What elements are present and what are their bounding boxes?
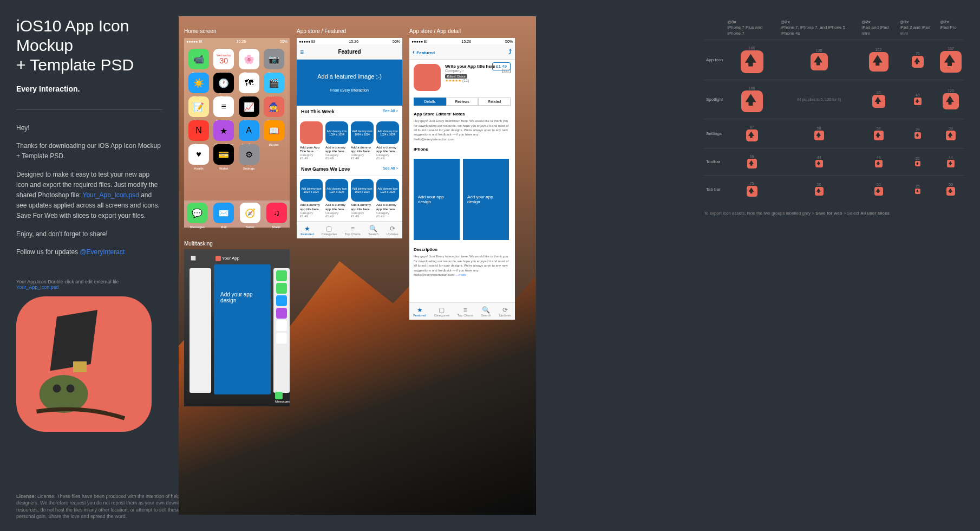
tab-featured[interactable]: ★Featured bbox=[413, 306, 426, 317]
psd-link[interactable]: Your_App_Icon.psd bbox=[83, 191, 139, 199]
icon-size-cell: 87 bbox=[725, 119, 779, 148]
icon-size-cell: 58 bbox=[938, 119, 964, 148]
back-button[interactable]: ‹ Featured bbox=[413, 48, 435, 56]
app-icon-photos[interactable]: 🌸Photos bbox=[239, 49, 259, 69]
icon-size-cell: 76 bbox=[898, 40, 938, 80]
icon-size-cell: 120 bbox=[938, 80, 964, 119]
app-tile[interactable]: Add dummy icon1024 x 1024Add a dummy app… bbox=[376, 179, 399, 217]
icon-size-cell: 152 bbox=[859, 40, 897, 80]
tab-search[interactable]: 🔍Search bbox=[481, 306, 491, 317]
app-tile[interactable]: Add dummy icon1024 x 1024Add a dummy app… bbox=[300, 179, 323, 217]
icon-size-cell: 58 bbox=[859, 119, 897, 148]
icon-size-cell: 25 bbox=[898, 176, 938, 204]
featured-hero: Add a featured image ;-) From Every Inte… bbox=[297, 60, 402, 106]
status-bar: ●●●●● EI 15:2650% bbox=[297, 38, 402, 44]
multitask-mockup: Multitasking ⬜ Your App Add your app des… bbox=[184, 249, 290, 406]
menu-icon[interactable]: ≡ bbox=[300, 48, 304, 56]
app-icon-maps[interactable]: 🗺Maps bbox=[239, 73, 259, 93]
icon-size-cell: 50 bbox=[938, 176, 964, 204]
app-icon-notes[interactable]: 📝Notes bbox=[188, 96, 209, 117]
app-icon-your-app[interactable]: 🧙Your app bbox=[264, 96, 284, 117]
app-icon-stocks[interactable]: 📈Stocks bbox=[239, 96, 259, 117]
svg-rect-0 bbox=[73, 361, 87, 372]
tab-bar: ★Featured▢Categories≡Top Charts🔍Search⟳U… bbox=[409, 302, 515, 320]
icon-size-cell: 50 bbox=[859, 176, 897, 204]
app-icon-videos[interactable]: 🎬Videos bbox=[264, 73, 284, 93]
app-icon-app-store[interactable]: AApp Store bbox=[239, 120, 259, 141]
tab-updates[interactable]: ⟳Updates bbox=[499, 306, 511, 317]
app-tile[interactable]: Add your App Title here…Category£1.49 bbox=[300, 121, 323, 160]
see-all-link[interactable]: See All > bbox=[383, 109, 398, 114]
app-icon-weather[interactable]: ☀️Weather bbox=[188, 73, 209, 93]
app-icon-facetime[interactable]: 📹Facetime bbox=[188, 49, 209, 69]
icon-size-grid: @3xiPhone 7 Plus and iPhone 7@2xiPhone 7… bbox=[704, 16, 964, 216]
svg-point-3 bbox=[67, 384, 75, 392]
app-icon-ibooks[interactable]: 📖iBooks bbox=[264, 120, 284, 141]
app-tile[interactable]: Add dummy icon1024 x 1024Add a dummy app… bbox=[325, 121, 348, 160]
app-tile[interactable]: Add dummy icon1024 x 1024Add a dummy app… bbox=[376, 121, 399, 160]
dock-icon-messages[interactable]: 💬Messages bbox=[187, 203, 207, 223]
app-icon-camera[interactable]: 📷Camera bbox=[264, 49, 284, 69]
segment-control[interactable]: Details Reviews Related bbox=[414, 98, 511, 106]
app-tile[interactable]: Add dummy icon1024 x 1024Add a dummy app… bbox=[325, 179, 348, 217]
icon-size-cell: 120 bbox=[779, 40, 859, 80]
featured-mockup: App store / Featured ●●●●● EI 15:2650% ≡… bbox=[297, 38, 402, 238]
app-tile[interactable]: Add dummy icon1024 x 1024Add a dummy app… bbox=[351, 121, 374, 160]
icon-size-cell: 58 bbox=[779, 119, 859, 148]
icon-size-cell: 180 bbox=[725, 40, 779, 80]
twitter-link[interactable]: @EveryInteract bbox=[80, 248, 125, 256]
icon-hint: Your App Icon Double click and edit exte… bbox=[16, 279, 162, 290]
tab-categories[interactable]: ▢Categories bbox=[434, 306, 449, 317]
divider bbox=[16, 109, 162, 110]
icon-size-cell: 44 bbox=[779, 148, 859, 176]
app-icon-news[interactable]: NNews bbox=[188, 120, 209, 141]
multitask-card[interactable] bbox=[273, 268, 290, 393]
price-button[interactable]: £1.49 bbox=[492, 62, 511, 70]
svg-point-2 bbox=[53, 384, 61, 392]
icon-size-cell: All (applies to 5, 120 for 6) bbox=[779, 80, 859, 119]
app-icon-health[interactable]: ♥Health bbox=[188, 144, 209, 165]
app-tile[interactable]: Add dummy icon1024 x 1024Add a dummy app… bbox=[351, 179, 374, 217]
export-hint: To export icon assets, hide the two grou… bbox=[704, 211, 964, 216]
mockup-canvas: Home screen ●●●●● EI 15:2650% 📹FacetimeW… bbox=[179, 16, 536, 515]
icon-size-cell: 66 bbox=[725, 148, 779, 176]
dock: 💬Messages✉️Mail🧭Safari♫Music bbox=[184, 200, 290, 228]
tab-bar: ★Featured▢Categories≡Top Charts🔍Search⟳U… bbox=[297, 221, 402, 238]
dock-icon-mail[interactable]: ✉️Mail bbox=[213, 203, 234, 223]
psd-link-2[interactable]: Your_App_Icon.psd bbox=[16, 284, 58, 290]
navbar: ‹ Featured ⤴ bbox=[409, 44, 515, 60]
detail-mockup: App store / App detail ●●●●● EI 15:2650%… bbox=[409, 38, 515, 320]
dock-icon-safari[interactable]: 🧭Safari bbox=[240, 203, 260, 223]
see-all-link[interactable]: See All > bbox=[383, 166, 398, 172]
screenshot: Add your app design bbox=[463, 159, 509, 240]
icon-size-cell: 44 bbox=[859, 148, 897, 176]
icon-size-cell: 180 bbox=[725, 80, 779, 119]
more-link[interactable]: …more bbox=[455, 273, 466, 276]
icon-size-cell: 167 bbox=[938, 40, 964, 80]
app-icon-reminders[interactable]: ≡Reminders bbox=[213, 96, 234, 117]
dock-icon-music[interactable]: ♫Music bbox=[266, 203, 287, 223]
icon-size-cell: 44 bbox=[938, 148, 964, 176]
status-bar: ●●●●● EI 15:2650% bbox=[409, 38, 515, 44]
app-icon-wallet[interactable]: 💳Wallet bbox=[213, 144, 234, 165]
sidebar: iOS10 App Icon Mockup + Template PSD Eve… bbox=[16, 16, 162, 432]
tab-categories[interactable]: ▢Categories bbox=[321, 225, 337, 236]
multitask-card-active[interactable]: Add your app design bbox=[214, 264, 271, 394]
tab-featured[interactable]: ★Featured bbox=[300, 225, 313, 236]
app-icon-calendar[interactable]: Wednesday30Calendar bbox=[213, 49, 234, 69]
multitask-card[interactable] bbox=[190, 268, 211, 393]
icon-size-cell: 22 bbox=[898, 148, 938, 176]
status-bar: ●●●●● EI 15:2650% bbox=[184, 38, 290, 44]
tab-search[interactable]: 🔍Search bbox=[368, 225, 378, 236]
app-icon-settings[interactable]: ⚙Settings bbox=[239, 144, 259, 165]
app-icon-preview[interactable] bbox=[16, 296, 152, 432]
tab-updates[interactable]: ⟳Updates bbox=[386, 225, 398, 236]
share-icon[interactable]: ⤴ bbox=[508, 48, 512, 56]
navbar: ≡Featured bbox=[297, 44, 402, 60]
tab-top charts[interactable]: ≡Top Charts bbox=[345, 225, 361, 236]
app-icon-itunes-store[interactable]: ★iTunes Store bbox=[213, 120, 234, 141]
app-icon-clock[interactable]: 🕐Clock bbox=[213, 73, 234, 93]
icon-size-cell: 50 bbox=[779, 176, 859, 204]
tab-top charts[interactable]: ≡Top Charts bbox=[458, 306, 473, 317]
screenshot: Add your app design bbox=[414, 159, 460, 240]
